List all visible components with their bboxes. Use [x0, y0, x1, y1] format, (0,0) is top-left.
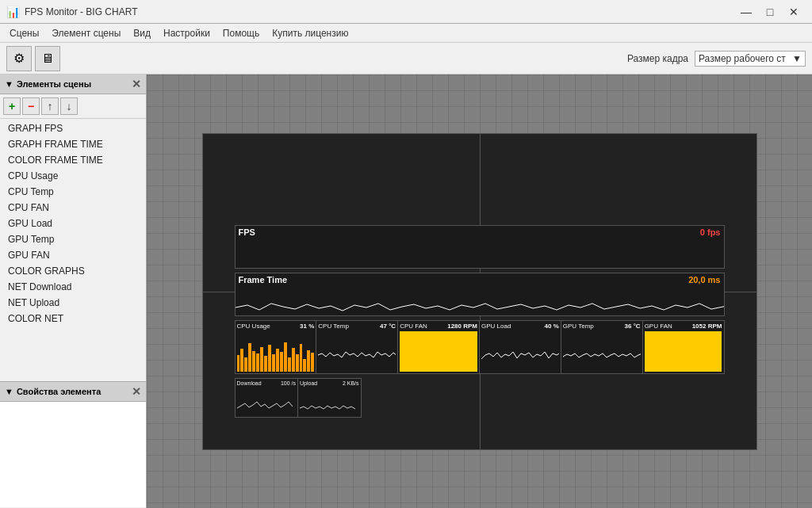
cpu-usage-graph — [237, 331, 315, 372]
window-title: FPS Monitor - BIG CHART — [25, 6, 137, 17]
gpu-fan-value: 1052 RPM — [692, 323, 722, 330]
menu-help[interactable]: Помощь — [216, 26, 266, 40]
remove-element-button[interactable]: − — [22, 97, 40, 115]
net-download-label: Download — [237, 380, 262, 386]
menu-buy-license[interactable]: Купить лицензию — [266, 26, 354, 40]
properties-content — [0, 402, 146, 507]
net-upload-block: Upload 2 KB/s — [298, 379, 361, 417]
elements-panel-close[interactable]: ✕ — [132, 78, 141, 90]
gpu-temp-chart — [563, 331, 641, 372]
cpu-temp-graph — [318, 331, 396, 372]
maximize-button[interactable]: □ — [758, 4, 782, 20]
close-button[interactable]: ✕ — [782, 4, 806, 20]
net-upload-chart — [300, 386, 359, 410]
gpu-fan-graph — [645, 331, 722, 372]
frame-size-dropdown[interactable]: Размер рабочего ст ▼ — [695, 51, 806, 67]
stat-gpu-fan: GPU FAN 1052 RPM — [643, 321, 724, 373]
gpu-load-graph — [481, 331, 559, 372]
main-layout: ▼ Элементы сцены ✕ + − ↑ ↓ GRAPH FPS GRA… — [0, 74, 812, 508]
menu-scene-element[interactable]: Элемент сцены — [45, 26, 127, 40]
list-item[interactable]: CPU Temp — [0, 184, 146, 200]
fps-graph: FPS 0 fps — [235, 225, 725, 269]
cpu-usage-label: CPU Usage — [237, 323, 270, 330]
properties-panel-close[interactable]: ✕ — [132, 385, 141, 398]
elements-toolbar: + − ↑ ↓ — [0, 94, 146, 119]
fps-value: 0 fps — [700, 227, 721, 237]
cpu-fan-graph — [400, 331, 477, 372]
stat-gpu-load: GPU Load 40 % — [480, 321, 561, 373]
elements-triangle-icon: ▼ — [5, 79, 13, 89]
stat-cpu-usage: CPU Usage 31 % — [236, 321, 317, 373]
list-item[interactable]: GPU Temp — [0, 231, 146, 247]
gpu-load-chart — [481, 331, 559, 372]
settings-button[interactable]: ⚙ — [6, 46, 32, 71]
menu-bar: Сцены Элемент сцены Вид Настройки Помощь… — [0, 24, 812, 43]
list-item[interactable]: GPU FAN — [0, 247, 146, 263]
gpu-temp-label: GPU Temp — [563, 323, 594, 330]
net-download-chart — [237, 386, 297, 410]
menu-view[interactable]: Вид — [127, 26, 157, 40]
menu-settings[interactable]: Настройки — [157, 26, 216, 40]
list-item[interactable]: NET Download — [0, 279, 146, 295]
cpu-temp-chart — [318, 331, 396, 372]
gear-icon: ⚙ — [13, 51, 25, 66]
gpu-temp-value: 36 °C — [625, 323, 641, 330]
properties-panel-title: Свойства элемента — [17, 387, 101, 396]
cpu-fan-color-block — [400, 331, 477, 372]
stat-cpu-temp: CPU Temp 47 °C — [316, 321, 398, 373]
left-panel: ▼ Элементы сцены ✕ + − ↑ ↓ GRAPH FPS GRA… — [0, 74, 147, 508]
list-item[interactable]: CPU FAN — [0, 200, 146, 216]
fps-label: FPS — [239, 227, 255, 237]
cpu-temp-label: CPU Temp — [318, 323, 349, 330]
cpu-usage-value: 31 % — [300, 323, 314, 330]
net-row: Download 100 /s Upload 2 KB/s — [235, 378, 362, 418]
list-item[interactable]: GRAPH FRAME TIME — [0, 136, 146, 152]
list-item[interactable]: GRAPH FPS — [0, 120, 146, 136]
properties-panel-header[interactable]: ▼ Свойства элемента ✕ — [0, 382, 146, 402]
list-item[interactable]: COLOR NET — [0, 311, 146, 327]
list-item[interactable]: CPU Usage — [0, 168, 146, 184]
net-upload-graph — [300, 386, 359, 410]
net-upload-value: 2 KB/s — [343, 380, 359, 386]
stat-gpu-temp: GPU Temp 36 °C — [561, 321, 643, 373]
frame-size-value: Размер рабочего ст — [699, 53, 786, 64]
move-down-button[interactable]: ↓ — [60, 97, 78, 115]
minimize-button[interactable]: — — [734, 4, 758, 20]
frametime-label: Frame Time — [239, 275, 288, 285]
frametime-graph: Frame Time 20,0 ms — [235, 273, 725, 316]
cpu-fan-label: CPU FAN — [400, 323, 427, 330]
properties-panel: ▼ Свойства элемента ✕ — [0, 381, 146, 508]
dropdown-arrow: ▼ — [792, 53, 802, 64]
gpu-fan-color-block — [645, 331, 722, 372]
frame-size-label: Размер кадра — [627, 53, 688, 64]
gpu-load-label: GPU Load — [481, 323, 511, 330]
list-item[interactable]: GPU Load — [0, 216, 146, 231]
gpu-load-value: 40 % — [545, 323, 559, 330]
toolbar: ⚙ 🖥 Размер кадра Размер рабочего ст ▼ — [0, 43, 812, 74]
elements-panel-header[interactable]: ▼ Элементы сцены ✕ — [0, 74, 146, 94]
list-item[interactable]: COLOR FRAME TIME — [0, 152, 146, 168]
stat-cpu-fan: CPU FAN 1280 RPM — [398, 321, 480, 373]
title-bar: 📊 FPS Monitor - BIG CHART — □ ✕ — [0, 0, 812, 24]
app-icon: 📊 — [6, 6, 20, 18]
bar-chart — [237, 331, 315, 372]
stats-row: CPU Usage 31 % — [235, 320, 725, 374]
properties-triangle-icon: ▼ — [5, 387, 13, 396]
net-download-block: Download 100 /s — [236, 379, 299, 417]
window-controls: — □ ✕ — [734, 4, 806, 20]
move-up-button[interactable]: ↑ — [41, 97, 59, 115]
net-download-graph — [237, 386, 297, 410]
gpu-temp-graph — [563, 331, 641, 372]
elements-panel-title: Элементы сцены — [17, 79, 91, 89]
cpu-temp-value: 47 °C — [380, 323, 396, 330]
net-download-value: 100 /s — [281, 380, 296, 386]
list-item[interactable]: COLOR GRAPHS — [0, 263, 146, 279]
menu-scenes[interactable]: Сцены — [3, 26, 45, 40]
frametime-value: 20,0 ms — [688, 275, 720, 285]
add-element-button[interactable]: + — [3, 97, 21, 115]
display-button[interactable]: 🖥 — [35, 46, 60, 71]
canvas-area[interactable]: FPS 0 fps Frame Time 20,0 ms CPU Usage 3 — [147, 74, 812, 508]
net-upload-label: Upload — [300, 380, 317, 386]
list-item[interactable]: NET Upload — [0, 295, 146, 311]
gpu-fan-label: GPU FAN — [645, 323, 672, 330]
